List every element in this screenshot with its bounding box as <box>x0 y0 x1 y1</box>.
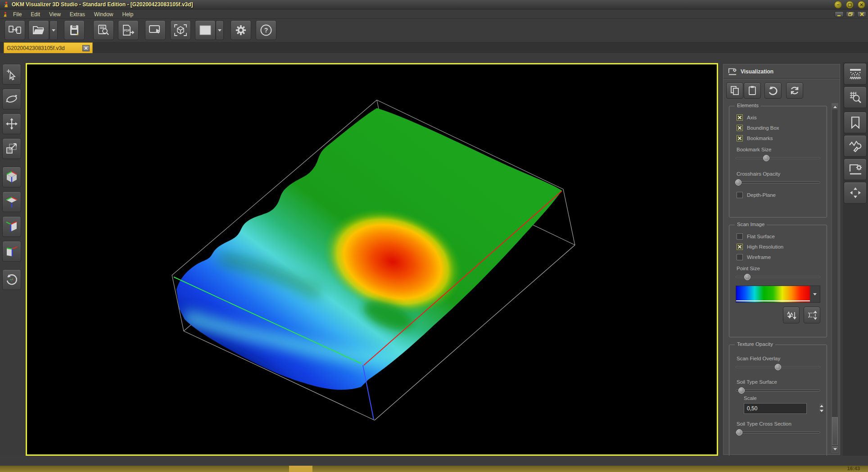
save-button[interactable] <box>64 20 85 40</box>
bookmarks-panel-button[interactable] <box>844 112 867 133</box>
close-button[interactable]: ✕ <box>858 1 865 9</box>
navigation-panel-button[interactable] <box>844 182 867 204</box>
flat-surface-checkbox-row[interactable]: Flat Surface <box>737 233 827 240</box>
depth-plane-checkbox-row[interactable]: Depth-Plane <box>737 192 827 198</box>
colormap-dropdown-button[interactable] <box>810 286 820 302</box>
slider-track[interactable] <box>736 182 820 183</box>
slider-thumb[interactable] <box>744 274 750 280</box>
scan-analysis-panel-button[interactable] <box>844 86 867 108</box>
view-3d-button[interactable] <box>170 20 191 40</box>
high-resolution-checkbox[interactable] <box>737 244 743 250</box>
menu-item-view[interactable]: View <box>45 10 65 18</box>
view-left-button[interactable] <box>2 216 21 237</box>
minimize-button[interactable]: – <box>834 1 842 9</box>
copy-button[interactable] <box>726 82 743 99</box>
report-preview-button[interactable] <box>93 20 114 40</box>
background-color-dropdown[interactable] <box>216 20 224 40</box>
texture-opacity-group-title: Texture Opacity <box>735 341 775 347</box>
bounding-box-checkbox[interactable] <box>737 125 743 131</box>
help-button[interactable]: ? <box>256 20 276 40</box>
slider-track[interactable] <box>736 431 820 433</box>
axis-checkbox-row[interactable]: Axis <box>737 114 827 121</box>
tool-zoom-button[interactable] <box>2 138 21 159</box>
signal-min-adjust-button[interactable] <box>783 307 800 323</box>
menu-item-edit[interactable]: Edit <box>26 10 45 18</box>
panel-scrollbar[interactable] <box>832 103 838 453</box>
point-size-slider[interactable] <box>736 274 820 280</box>
background-color-button[interactable] <box>195 20 216 40</box>
colormap-select[interactable] <box>736 286 820 303</box>
undo-button[interactable] <box>764 82 782 99</box>
slider-track[interactable] <box>736 390 820 391</box>
mdi-minimize-button[interactable] <box>835 11 844 17</box>
taskbar-active-item[interactable] <box>289 466 312 472</box>
slider-thumb[interactable] <box>775 364 781 370</box>
bookmarks-label: Bookmarks <box>747 136 773 141</box>
scroll-up-button[interactable] <box>832 104 838 110</box>
import-scan-button[interactable] <box>5 20 25 40</box>
scale-spinbox <box>744 403 807 414</box>
reset-view-button[interactable] <box>2 269 21 290</box>
screen-capture-button[interactable] <box>145 20 166 40</box>
slider-thumb[interactable] <box>735 179 741 186</box>
menu-item-window[interactable]: Window <box>90 10 118 18</box>
bookmark-size-slider[interactable] <box>736 155 820 161</box>
svg-text:?: ? <box>264 27 268 34</box>
scale-spin-down-button[interactable] <box>820 408 823 413</box>
slider-track[interactable] <box>736 157 820 159</box>
visualization-panel-button[interactable] <box>844 159 867 180</box>
menu-item-file[interactable]: File <box>9 10 26 18</box>
tool-rotate-button[interactable] <box>2 89 21 109</box>
os-taskbar[interactable]: 16:43 <box>0 466 868 472</box>
soil-type-surface-slider[interactable] <box>736 387 820 394</box>
flat-surface-checkbox[interactable] <box>737 233 743 240</box>
scan-3d-viewport[interactable] <box>26 63 718 456</box>
tool-select-button[interactable] <box>2 64 21 85</box>
slider-thumb[interactable] <box>738 387 745 394</box>
depth-plane-label: Depth-Plane <box>747 192 776 198</box>
document-icon <box>2 12 8 17</box>
scroll-down-button[interactable] <box>832 446 838 452</box>
soil-type-cross-section-slider[interactable] <box>736 429 820 436</box>
tab-scan-file[interactable]: G20200423083105f.v3d <box>4 42 93 53</box>
wireframe-checkbox[interactable] <box>737 254 743 260</box>
view-front-button[interactable] <box>2 241 21 262</box>
signal-tools-panel-button[interactable] <box>844 135 867 157</box>
open-file-button[interactable] <box>28 20 49 40</box>
view-perspective-button[interactable] <box>2 167 21 187</box>
tool-pan-button[interactable] <box>2 113 21 134</box>
menu-item-extras[interactable]: Extras <box>65 10 90 18</box>
tab-close-button[interactable] <box>82 45 90 51</box>
status-strip <box>0 456 868 466</box>
menu-item-help[interactable]: Help <box>118 10 138 18</box>
scrollbar-thumb[interactable] <box>832 417 838 445</box>
crosshairs-opacity-slider[interactable] <box>736 179 820 186</box>
slider-thumb[interactable] <box>763 155 769 161</box>
settings-button[interactable] <box>231 20 251 40</box>
open-file-dropdown[interactable] <box>50 20 58 40</box>
bookmarks-checkbox[interactable] <box>737 135 743 141</box>
maximize-button[interactable]: ▢ <box>846 1 854 9</box>
bounding-box-checkbox-row[interactable]: Bounding Box <box>737 125 827 131</box>
soil-type-panel-button[interactable] <box>844 63 867 85</box>
high-resolution-checkbox-row[interactable]: High Resolution <box>737 244 827 250</box>
paste-button[interactable] <box>744 82 761 99</box>
mdi-close-button[interactable] <box>857 11 866 17</box>
elements-group-title: Elements <box>735 103 761 108</box>
scale-input[interactable] <box>744 404 819 413</box>
zoom-extents-icon <box>5 142 18 155</box>
scan-field-overlay-slider[interactable] <box>736 364 820 370</box>
export-pdf-button[interactable]: PDF <box>118 20 139 40</box>
panel-header: Visualization <box>723 64 840 79</box>
view-top-button[interactable] <box>2 191 21 212</box>
refresh-button[interactable] <box>786 82 803 99</box>
depth-plane-checkbox[interactable] <box>737 192 743 198</box>
slider-thumb[interactable] <box>736 429 742 436</box>
bounding-box-label: Bounding Box <box>747 125 779 131</box>
wireframe-checkbox-row[interactable]: Wireframe <box>737 254 827 260</box>
scale-spin-up-button[interactable] <box>820 404 823 408</box>
mdi-restore-button[interactable] <box>846 11 855 17</box>
axis-checkbox[interactable] <box>737 114 743 121</box>
signal-range-adjust-button[interactable] <box>804 307 820 323</box>
bookmarks-checkbox-row[interactable]: Bookmarks <box>737 135 827 141</box>
